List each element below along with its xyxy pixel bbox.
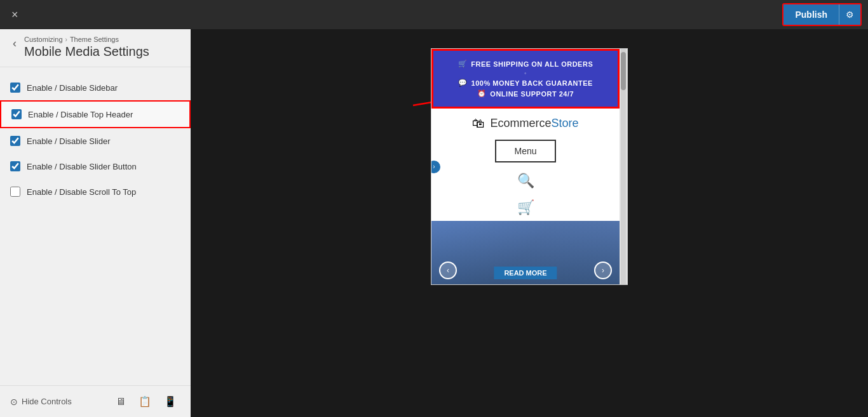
cart-icon-row: 🛒	[431, 194, 620, 221]
store-name-part1: Ecommerce	[490, 117, 551, 129]
cart-icon-preview[interactable]: 🛒	[517, 199, 534, 216]
read-more-button[interactable]: READ MORE	[494, 267, 557, 279]
page-title: Mobile Media Settings	[24, 44, 149, 59]
banner-line-3: ⏰ ONLINE SUPPORT 24/7	[442, 89, 609, 98]
banner-dot-row: ◦	[442, 70, 609, 76]
clock-icon: ⏰	[477, 89, 487, 98]
sidebar-panel: ‹ Customizing › Theme Settings Mobile Me…	[0, 29, 191, 417]
checkbox-scroll-to-top-input[interactable]	[10, 187, 20, 197]
close-button[interactable]: ×	[6, 6, 24, 24]
cart-icon: 🛒	[458, 60, 468, 68]
preview-scrollbar[interactable]	[620, 49, 627, 284]
tablet-view-btn[interactable]: 📋	[135, 393, 155, 410]
search-icon[interactable]: 🔍	[517, 173, 534, 189]
banner-line-2: 💬 100% MONEY BACK GUARANTEE	[442, 79, 609, 87]
message-icon: 💬	[458, 79, 468, 87]
store-header: 🛍 EcommerceStore	[431, 109, 620, 135]
checkbox-slider-button-input[interactable]	[10, 161, 20, 171]
top-header-banner: 🛒 FREE SHIPPING ON ALL ORDERS ◦ 💬 100% M…	[431, 49, 620, 109]
sidebar-content: Enable / Disable Sidebar Enable / Disabl…	[0, 67, 191, 385]
mobile-preview: › 🛒 FREE SHIPPING ON ALL ORDERS ◦ 💬 1	[431, 48, 628, 285]
checkbox-sidebar-label: Enable / Disable Sidebar	[27, 83, 118, 93]
hide-controls-icon: ⊙	[10, 397, 18, 407]
store-name: EcommerceStore	[490, 117, 578, 130]
top-bar: × Publish ⚙	[0, 0, 868, 29]
product-image-area: ‹ READ MORE ›	[431, 221, 620, 284]
menu-button-area: Menu	[431, 135, 620, 168]
hide-controls[interactable]: ⊙ Hide Controls	[10, 397, 72, 407]
checkbox-slider-input[interactable]	[10, 136, 20, 146]
checkbox-slider-button[interactable]: Enable / Disable Slider Button	[0, 154, 191, 179]
breadcrumb-theme-settings[interactable]: Theme Settings	[70, 36, 119, 43]
preview-area: › 🛒 FREE SHIPPING ON ALL ORDERS ◦ 💬 1	[191, 29, 868, 417]
banner-line-1: 🛒 FREE SHIPPING ON ALL ORDERS	[442, 60, 609, 68]
publish-button[interactable]: Publish	[783, 4, 839, 25]
menu-button-preview[interactable]: Menu	[495, 140, 555, 162]
store-logo-icon: 🛍	[472, 116, 485, 131]
checkbox-slider-label: Enable / Disable Slider	[27, 136, 111, 146]
banner-money-back-text: 100% MONEY BACK GUARANTEE	[471, 79, 593, 87]
prev-button[interactable]: ‹	[439, 261, 457, 279]
checkbox-scroll-to-top[interactable]: Enable / Disable Scroll To Top	[0, 179, 191, 204]
checkbox-top-header-input[interactable]	[11, 109, 22, 119]
banner-shipping-text: FREE SHIPPING ON ALL ORDERS	[471, 60, 593, 68]
checkbox-top-header-label: Enable / Disable Top Header	[28, 110, 133, 119]
publish-area: Publish ⚙	[782, 3, 862, 26]
store-name-part2: Store	[552, 117, 579, 129]
breadcrumb-customizing[interactable]: Customizing	[24, 36, 63, 43]
checkbox-sidebar-input[interactable]	[10, 83, 20, 93]
mobile-view-btn[interactable]: 📱	[160, 393, 180, 410]
breadcrumb: Customizing › Theme Settings	[24, 36, 149, 43]
back-button[interactable]: ‹	[10, 37, 19, 50]
header-text: Customizing › Theme Settings Mobile Medi…	[24, 36, 149, 59]
checkbox-sidebar[interactable]: Enable / Disable Sidebar	[0, 75, 191, 100]
main-layout: ‹ Customizing › Theme Settings Mobile Me…	[0, 29, 868, 417]
search-icon-row: 🔍	[431, 168, 620, 194]
banner-dot: ◦	[524, 70, 526, 76]
desktop-view-btn[interactable]: 🖥	[112, 393, 130, 410]
checkbox-scroll-to-top-label: Enable / Disable Scroll To Top	[27, 187, 136, 197]
sidebar-header: ‹ Customizing › Theme Settings Mobile Me…	[0, 29, 191, 67]
checkbox-top-header[interactable]: Enable / Disable Top Header	[0, 100, 191, 128]
bottom-bar: ⊙ Hide Controls 🖥 📋 📱	[0, 385, 191, 417]
next-button[interactable]: ›	[594, 261, 612, 279]
breadcrumb-separator: ›	[65, 36, 67, 43]
hide-controls-label: Hide Controls	[22, 397, 72, 406]
checkbox-slider[interactable]: Enable / Disable Slider	[0, 128, 191, 154]
view-buttons: 🖥 📋 📱	[112, 393, 180, 410]
checkbox-slider-button-label: Enable / Disable Slider Button	[27, 162, 137, 171]
gear-button[interactable]: ⚙	[839, 4, 860, 25]
banner-support-text: ONLINE SUPPORT 24/7	[490, 90, 574, 98]
